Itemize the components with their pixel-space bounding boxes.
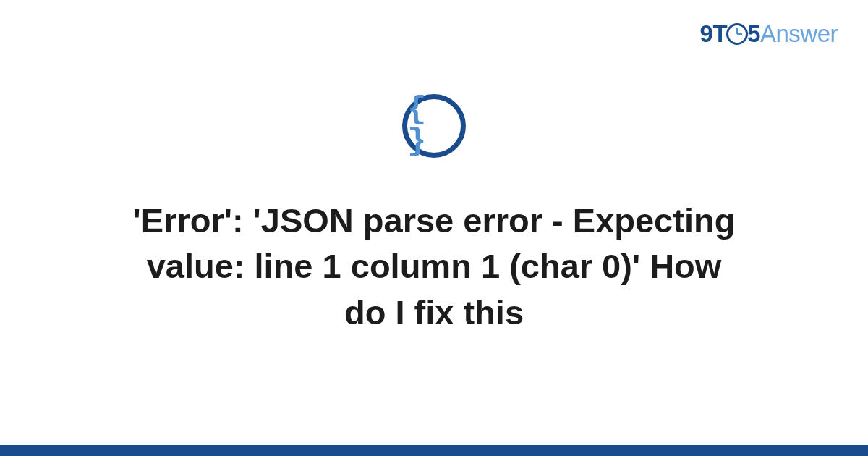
logo-nine: 9 bbox=[700, 20, 713, 47]
topic-icon-circle: { } bbox=[402, 94, 466, 158]
question-title: 'Error': 'JSON parse error - Expecting v… bbox=[101, 198, 767, 335]
main-content: { } 'Error': 'JSON parse error - Expecti… bbox=[0, 94, 868, 335]
logo-five: 5 bbox=[747, 20, 760, 47]
footer-bar bbox=[0, 445, 868, 456]
json-braces-icon: { } bbox=[407, 93, 461, 157]
clock-icon bbox=[726, 23, 748, 45]
logo-t: T bbox=[712, 20, 727, 47]
logo-answer: Answer bbox=[760, 20, 838, 47]
site-logo: 9T5Answer bbox=[700, 20, 838, 48]
